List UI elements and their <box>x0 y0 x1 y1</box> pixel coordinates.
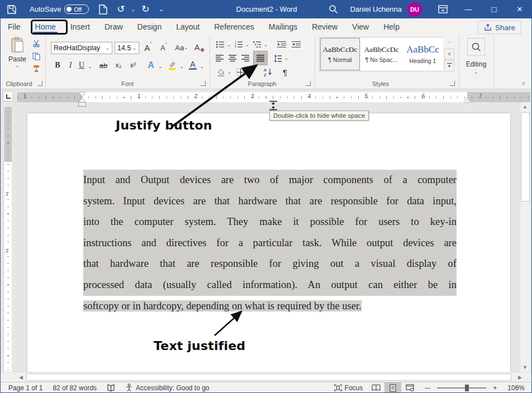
close-button[interactable]: ✕ <box>507 0 532 18</box>
tab-selector[interactable] <box>3 91 13 102</box>
save-icon[interactable] <box>1 0 23 18</box>
multilevel-list-button[interactable] <box>251 39 263 49</box>
share-button[interactable]: Share <box>478 21 521 34</box>
styles-dialog-launcher[interactable] <box>450 81 455 86</box>
tab-review[interactable]: Review <box>305 18 345 35</box>
subscript-button[interactable]: x₂ <box>112 59 125 71</box>
tab-file[interactable]: File <box>1 18 28 35</box>
shrink-font-button[interactable]: Aˇ <box>157 41 170 54</box>
web-layout-button[interactable] <box>401 382 418 393</box>
tab-design[interactable]: Design <box>130 18 169 35</box>
autosave-control[interactable]: AutoSave Off <box>30 4 89 14</box>
copy-button[interactable] <box>31 51 42 61</box>
line-spacing-dropdown[interactable]: ⌄ <box>283 54 289 63</box>
paragraph-selected[interactable]: Input and Output devices are two of majo… <box>83 170 457 317</box>
tab-home[interactable]: Home <box>28 18 63 35</box>
decrease-indent-button[interactable] <box>276 39 288 49</box>
tab-references[interactable]: References <box>207 18 262 35</box>
page-indicator[interactable]: Page 1 of 1 <box>1 382 48 393</box>
document-page[interactable]: Input and Output devices are two of majo… <box>27 113 510 372</box>
numbering-dropdown[interactable]: ⌄ <box>244 40 250 49</box>
undo-button[interactable]: ↺ <box>112 0 129 18</box>
zoom-level[interactable]: 106% <box>502 382 532 393</box>
first-line-indent-marker[interactable] <box>79 92 86 97</box>
zoom-out-button[interactable]: — <box>418 382 433 393</box>
new-document-icon[interactable] <box>93 0 112 18</box>
borders-button[interactable] <box>235 66 246 78</box>
cut-button[interactable] <box>31 39 42 49</box>
right-indent-marker[interactable] <box>464 98 471 102</box>
vertical-ruler[interactable]: 1 2 <box>4 107 12 372</box>
focus-mode-button[interactable]: Focus <box>329 382 368 393</box>
tab-mailings[interactable]: Mailings <box>262 18 305 35</box>
redo-button[interactable]: ↻ <box>137 0 154 18</box>
avatar[interactable]: DU <box>407 2 422 17</box>
underline-button[interactable]: U <box>77 59 87 71</box>
bullets-button[interactable] <box>215 39 226 49</box>
minimize-button[interactable]: — <box>455 0 481 18</box>
line-spacing-button[interactable] <box>271 52 283 64</box>
tab-layout[interactable]: Layout <box>169 18 207 35</box>
user-name[interactable]: Daniel Uchenna <box>350 5 402 13</box>
grow-font-button[interactable]: Aˆ <box>141 41 155 54</box>
justify-button[interactable] <box>254 51 267 65</box>
left-indent-marker[interactable] <box>79 103 86 106</box>
horizontal-ruler[interactable]: 1 1 2 3 4 5 6 7 <box>17 92 530 102</box>
editing-group-button[interactable]: Editing ⌄ <box>463 38 489 80</box>
styles-gallery-more-button[interactable]: ▾ <box>444 60 454 71</box>
scroll-right-arrow[interactable]: ▶ <box>515 373 525 382</box>
maximize-button[interactable]: □ <box>481 0 507 18</box>
multilevel-dropdown[interactable]: ⌄ <box>263 40 269 49</box>
shading-button[interactable] <box>215 66 226 78</box>
zoom-in-button[interactable]: + <box>491 382 502 393</box>
numbering-button[interactable]: 123 <box>233 39 244 49</box>
bullets-dropdown[interactable]: ⌄ <box>226 40 232 49</box>
increase-indent-button[interactable] <box>290 39 302 49</box>
align-left-button[interactable] <box>214 52 226 64</box>
print-layout-button[interactable] <box>384 382 401 393</box>
tab-help[interactable]: Help <box>376 18 407 35</box>
word-count[interactable]: 82 of 82 words <box>48 382 102 393</box>
align-right-button[interactable] <box>240 52 251 64</box>
paste-button[interactable]: Paste ⌄ <box>5 37 30 78</box>
highlight-button[interactable] <box>166 59 178 71</box>
underline-dropdown[interactable]: ⌄ <box>87 61 93 71</box>
bold-button[interactable]: B <box>52 59 63 71</box>
read-mode-button[interactable] <box>368 382 384 393</box>
tab-draw[interactable]: Draw <box>97 18 130 35</box>
font-name-combo[interactable]: RedHatDisplay ⌄ <box>51 42 112 54</box>
highlight-dropdown[interactable]: ⌄ <box>178 61 185 71</box>
text-effects-button[interactable]: A <box>145 59 157 71</box>
search-icon[interactable] <box>322 0 344 18</box>
superscript-button[interactable]: x² <box>127 59 139 71</box>
scroll-left-arrow[interactable]: ◀ <box>16 373 26 382</box>
vertical-scrollbar[interactable]: ▲ ▼ <box>520 102 530 372</box>
styles-scroll-down-button[interactable]: ˅ <box>444 49 454 60</box>
align-center-button[interactable] <box>227 52 239 64</box>
shading-dropdown[interactable]: ⌄ <box>226 68 232 76</box>
collapse-ribbon-button[interactable]: ˄ <box>519 79 528 87</box>
paragraph-dialog-launcher[interactable] <box>306 81 311 86</box>
borders-dropdown[interactable]: ⌄ <box>246 68 253 76</box>
style-heading1[interactable]: AaBbCc Heading 1 <box>402 37 443 71</box>
undo-dropdown[interactable]: ⌄ <box>129 0 137 18</box>
zoom-slider-thumb[interactable] <box>465 385 469 391</box>
scroll-up-arrow[interactable]: ▲ <box>520 102 530 111</box>
horizontal-scrollbar[interactable]: ◀ ▶ <box>1 372 532 382</box>
font-dialog-launcher[interactable] <box>201 81 206 86</box>
clear-formatting-button[interactable]: A◆ <box>193 41 206 54</box>
vertical-scroll-thumb[interactable] <box>521 112 530 202</box>
ribbon-display-options-icon[interactable] <box>430 0 455 18</box>
customize-quick-access-button[interactable]: ⌄ <box>154 0 168 18</box>
change-case-button[interactable]: Aa⌄ <box>173 41 191 54</box>
show-hide-pilcrow-button[interactable]: ¶ <box>279 66 291 78</box>
strikethrough-button[interactable]: ab <box>97 59 110 71</box>
tab-insert[interactable]: Insert <box>63 18 97 35</box>
scroll-down-arrow[interactable]: ▼ <box>520 363 530 372</box>
sort-button[interactable]: AZ <box>261 66 276 78</box>
accessibility-status[interactable]: Accessibility: Good to go <box>120 382 214 393</box>
font-color-button[interactable]: A <box>187 59 198 71</box>
autosave-toggle[interactable]: Off <box>64 4 89 14</box>
style-normal[interactable]: AaBbCcDc ¶ Normal <box>320 37 360 71</box>
styles-scroll-up-button[interactable]: ˄ <box>444 37 454 48</box>
